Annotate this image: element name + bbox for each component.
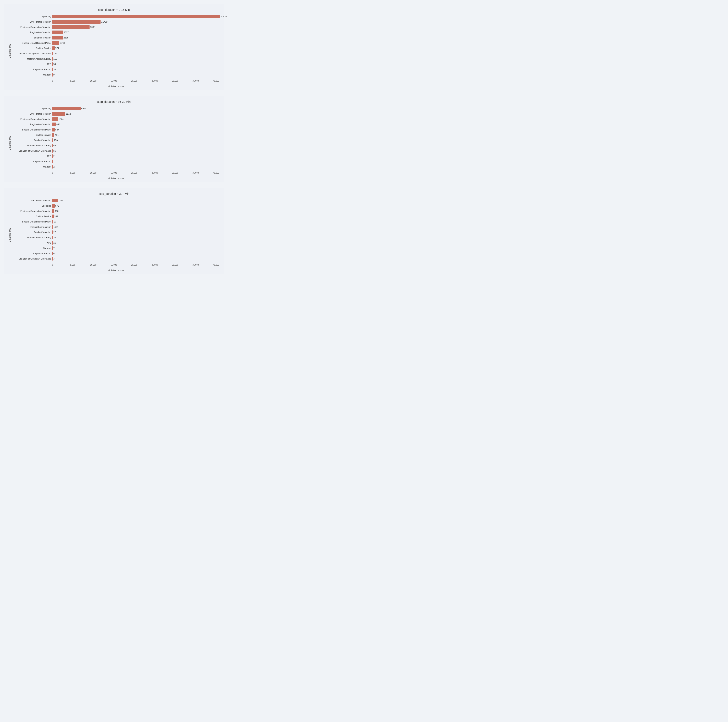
bar-value-2-0: 1293 <box>58 199 63 202</box>
x-tick-2-5000: 5,000 <box>70 264 75 266</box>
bar-row-2-9: Warrant7 <box>12 246 220 250</box>
bar-value-2-8: 16 <box>54 242 56 244</box>
bar-row-0-0: Speeding40935 <box>12 14 220 19</box>
bar-value-2-2: 460 <box>55 210 58 212</box>
bar-label-0-6: Call for Service <box>12 47 52 49</box>
bar-fill-1-6 <box>52 138 54 142</box>
bar-fill-1-0 <box>52 107 81 110</box>
x-tick-1-0: 0 <box>52 172 53 174</box>
bar-row-0-8: Motorist Assist/Courtesy110 <box>12 57 220 61</box>
x-axis-0: 05,00010,00015,00020,00025,00030,00035,0… <box>52 79 220 85</box>
bar-label-1-2: Equipment/Inspection Violation <box>12 118 52 120</box>
bar-row-2-10: Suspicious Person6 <box>12 251 220 255</box>
x-tick-0-15000: 15,000 <box>110 80 117 82</box>
x-axis-title-0: violation_count <box>12 85 220 88</box>
bar-value-2-6: 27 <box>54 231 56 234</box>
y-axis-label-2: violation_raw <box>8 198 12 272</box>
bar-label-2-5: Registration Violation <box>12 226 52 228</box>
x-axis-1: 05,00010,00015,00020,00025,00030,00035,0… <box>52 171 220 177</box>
bar-value-0-10: 39 <box>54 68 56 70</box>
bar-label-2-8: APB <box>12 242 52 244</box>
bar-value-1-1: 3132 <box>66 113 70 115</box>
x-tick-1-5000: 5,000 <box>70 172 75 174</box>
bar-row-1-3: Registration Violation844 <box>12 122 220 127</box>
bar-row-2-11: Violation of City/Town Ordinance3 <box>12 257 220 261</box>
bar-fill-2-8 <box>52 241 53 245</box>
bar-fill-0-11 <box>52 73 53 76</box>
bar-value-0-1: 11799 <box>101 21 107 23</box>
bar-fill-0-9 <box>52 62 53 66</box>
bar-value-0-2: 9088 <box>90 26 95 28</box>
bar-label-0-8: Motorist Assist/Courtesy <box>12 58 52 60</box>
bar-row-0-6: Call for Service574 <box>12 46 220 50</box>
bar-label-2-0: Other Traffic Violation <box>12 199 52 202</box>
bar-row-1-7: Motorist Assist/Courtesy69 <box>12 143 220 148</box>
bar-fill-0-4 <box>52 36 63 40</box>
bar-label-1-4: Special Detail/Directed Patrol <box>12 128 52 131</box>
bar-label-0-4: Seatbelt Violation <box>12 37 52 39</box>
bar-row-0-1: Other Traffic Violation11799 <box>12 20 220 24</box>
bar-value-1-8: 56 <box>54 150 56 152</box>
bar-row-0-2: Equipment/Inspection Violation9088 <box>12 25 220 29</box>
bar-value-1-5: 481 <box>55 134 59 136</box>
bar-row-0-11: Warrant9 <box>12 72 220 77</box>
bar-fill-2-10 <box>52 252 53 255</box>
bar-label-1-11: Warrant <box>12 165 52 168</box>
panel-2: stop_duration = 30+ Minviolation_rawOthe… <box>4 188 224 274</box>
bar-label-0-0: Speeding <box>12 15 52 18</box>
bar-fill-0-1 <box>52 20 101 24</box>
x-axis-2: 05,00010,00015,00020,00025,00030,00035,0… <box>52 263 220 269</box>
bar-fill-1-10 <box>52 159 53 163</box>
bar-fill-0-2 <box>52 25 90 29</box>
y-axis-label-1: violation_raw <box>8 106 12 180</box>
bar-value-2-11: 3 <box>54 257 55 260</box>
x-axis-title-2: violation_count <box>12 269 220 272</box>
x-axis-title-1: violation_count <box>12 177 220 180</box>
chart-container: stop_duration = 0-15 Minviolation_rawSpe… <box>4 4 224 274</box>
bar-value-0-5: 1643 <box>60 42 64 44</box>
bar-row-2-1: Speeding576 <box>12 203 220 208</box>
bar-fill-2-9 <box>52 246 53 250</box>
x-tick-1-15000: 15,000 <box>110 172 117 174</box>
bar-row-0-9: APB54 <box>12 62 220 66</box>
bar-fill-2-5 <box>52 225 54 229</box>
bar-fill-1-11 <box>52 165 53 168</box>
panel-1: stop_duration = 16-30 Minviolation_rawSp… <box>4 96 224 182</box>
bar-fill-2-3 <box>52 214 54 218</box>
bar-fill-2-4 <box>52 220 54 223</box>
bar-label-2-3: Call for Service <box>12 215 52 217</box>
x-tick-0-25000: 25,000 <box>151 80 158 82</box>
x-tick-0-40000: 40,000 <box>213 80 219 82</box>
bar-row-1-6: Seatbelt Violation250 <box>12 138 220 142</box>
bar-label-1-3: Registration Violation <box>12 123 52 125</box>
bar-fill-0-8 <box>52 57 53 61</box>
bar-value-0-3: 2627 <box>64 31 69 34</box>
bar-label-1-9: APB <box>12 155 52 158</box>
bar-label-0-1: Other Traffic Violation <box>12 21 52 23</box>
bar-label-1-10: Suspicious Person <box>12 160 52 163</box>
x-tick-1-30000: 30,000 <box>172 172 178 174</box>
bar-label-2-4: Special Detail/Directed Patrol <box>12 220 52 223</box>
bar-fill-0-5 <box>52 41 59 45</box>
bar-row-2-5: Registration Violation232 <box>12 225 220 229</box>
bar-fill-1-9 <box>52 154 53 158</box>
bar-value-0-4: 2579 <box>64 37 68 39</box>
bar-row-1-4: Special Detail/Directed Patrol587 <box>12 127 220 132</box>
bar-value-0-9: 54 <box>54 63 56 65</box>
bar-value-2-1: 576 <box>55 205 59 207</box>
bar-label-0-10: Suspicious Person <box>12 68 52 70</box>
bar-label-1-7: Motorist Assist/Courtesy <box>12 144 52 147</box>
bar-value-1-10: 11 <box>54 160 56 163</box>
bar-value-1-6: 250 <box>54 139 58 141</box>
bar-label-0-3: Registration Violation <box>12 31 52 34</box>
panel-title-1: stop_duration = 16-30 Min <box>8 100 220 103</box>
bar-row-2-7: Motorist Assist/Courtesy26 <box>12 235 220 240</box>
bar-row-1-1: Other Traffic Violation3132 <box>12 112 220 116</box>
bar-row-2-3: Call for Service337 <box>12 214 220 219</box>
bar-fill-1-1 <box>52 112 65 116</box>
bar-row-0-5: Special Detail/Directed Patrol1643 <box>12 41 220 45</box>
bar-row-1-10: Suspicious Person11 <box>12 159 220 164</box>
bar-fill-1-4 <box>52 128 55 132</box>
bar-value-1-0: 6913 <box>81 107 86 110</box>
bar-value-2-10: 6 <box>54 252 55 255</box>
